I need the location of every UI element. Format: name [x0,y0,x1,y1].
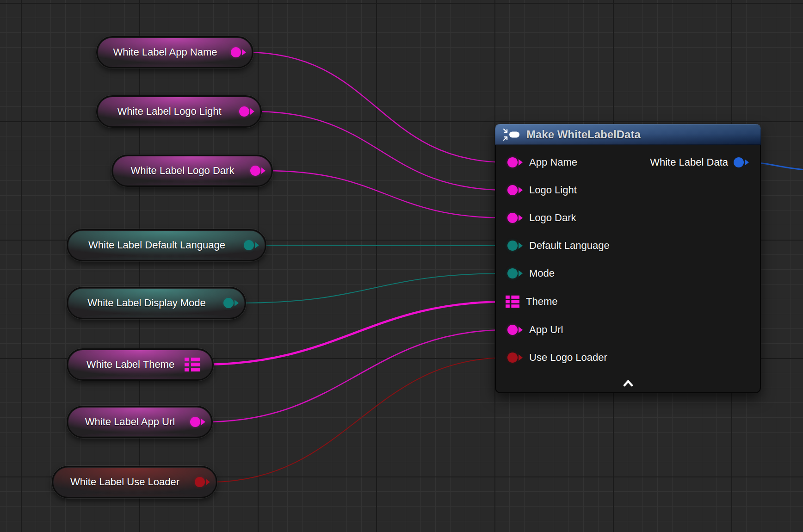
variable-getter-node-white-label-app-name[interactable]: White Label App Name [96,36,253,68]
input-pin-row: Use Logo Loader [507,350,607,365]
input-pin-label: Theme [526,296,557,308]
wire-white-label-logo-dark[interactable] [265,171,507,218]
make-node[interactable]: Make WhiteLabelData White Label Data App… [495,124,761,393]
output-pin[interactable] [244,240,259,250]
input-pin-row: Logo Dark [507,210,576,226]
variable-getter-node-white-label-use-loader[interactable]: White Label Use Loader [52,466,217,498]
input-pin-row: Mode [507,266,555,281]
input-pin-label: Default Language [529,240,610,252]
variable-getter-label: White Label App Url [85,416,194,428]
wire-white-label-use-loader[interactable] [210,358,507,482]
output-pin[interactable] [239,106,254,117]
input-pin-label: App Name [529,156,577,168]
input-pin[interactable] [507,325,523,335]
input-pin[interactable] [507,353,523,363]
input-pin[interactable] [507,213,523,223]
wire-white-label-app-url[interactable] [205,330,507,422]
wire-white-label-default-language[interactable] [259,245,507,246]
variable-getter-label: White Label Use Loader [70,476,199,488]
input-pin-label: Use Logo Loader [529,352,607,364]
output-pin[interactable] [223,298,239,308]
variable-getter-label: White Label App Name [113,46,236,58]
input-pin-label: Logo Light [529,184,577,196]
input-pin-label: Mode [529,267,555,279]
wire-white-label-app-name[interactable] [246,52,507,162]
variable-getter-node-white-label-theme[interactable]: White Label Theme [67,348,214,381]
input-pin[interactable] [507,241,523,251]
make-node-header[interactable]: Make WhiteLabelData [495,124,761,145]
input-pin[interactable] [507,185,523,195]
input-pin-row: App Url [507,322,563,338]
input-pin-row: Theme [506,294,557,309]
input-pin-label: Logo Dark [529,212,576,224]
variable-getter-label: White Label Theme [86,359,194,371]
wire-white-label-display-mode[interactable] [238,273,507,303]
output-pin-label: White Label Data [650,156,728,168]
wire-white-label-logo-light[interactable] [254,111,507,190]
variable-getter-node-white-label-logo-light[interactable]: White Label Logo Light [96,95,262,128]
variable-getter-node-white-label-logo-dark[interactable]: White Label Logo Dark [111,155,273,187]
output-pin[interactable] [195,477,210,487]
output-pin[interactable] [231,47,246,57]
input-pin-row: App Name [507,155,577,170]
variable-getter-node-white-label-default-language[interactable]: White Label Default Language [67,229,266,261]
make-node-title: Make WhiteLabelData [526,128,641,141]
output-pin[interactable] [190,417,205,427]
output-pin[interactable] [250,166,266,176]
variable-getter-label: White Label Display Mode [87,297,225,309]
variable-getter-label: White Label Default Language [88,239,245,251]
variable-getter-node-white-label-display-mode[interactable]: White Label Display Mode [67,287,246,319]
variable-getter-label: White Label Logo Light [117,105,241,118]
input-pin-row: Default Language [507,238,610,254]
input-pin-row: Logo Light [507,182,577,198]
input-pin-label: App Url [529,324,563,336]
graph-canvas[interactable]: Make WhiteLabelData White Label Data App… [0,0,803,532]
variable-getter-label: White Label Logo Dark [131,165,254,177]
struct-pin-icon[interactable] [185,357,200,372]
collapse-button[interactable] [618,377,638,390]
make-struct-icon [502,128,521,142]
chevron-up-icon [622,379,635,387]
input-pin[interactable] [507,268,523,278]
input-pin[interactable] [507,157,523,167]
input-pin-struct-icon[interactable] [506,295,519,309]
variable-getter-node-white-label-app-url[interactable]: White Label App Url [67,406,213,438]
output-pin[interactable] [734,157,749,167]
output-pin-row: White Label Data [650,155,749,170]
